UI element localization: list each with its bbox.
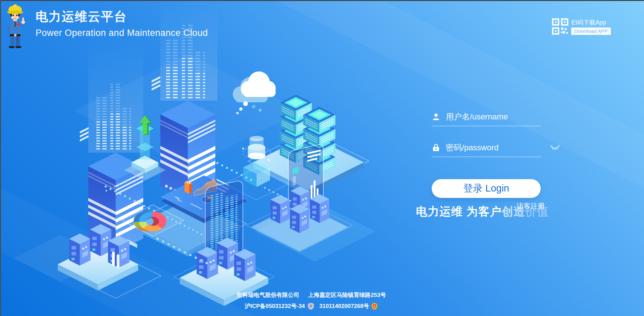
page-footer: 安科瑞电气股份有限公司 上海嘉定区马陆镇育绿路253号 沪ICP备0503123… (236, 291, 386, 310)
guest-register-link[interactable]: 访客注册 (517, 201, 545, 211)
server-tower-left (88, 153, 143, 252)
download-app-button[interactable]: Download APP (571, 28, 611, 35)
brand-header: 电力运维云平台 Power Operation and Maintenance … (2, 3, 208, 48)
server-tower-center (160, 101, 215, 200)
lock-icon (432, 144, 440, 152)
login-form: 登录 Login (432, 107, 541, 198)
slogan-strong: 电力运维 为客户 (416, 205, 501, 218)
company-address: 上海嘉定区马陆镇育绿路253号 (308, 291, 386, 299)
tablet-bar-chart (288, 144, 323, 221)
app-title: 电力运维云平台 (36, 10, 208, 24)
rack-platform (248, 131, 369, 195)
user-icon (432, 113, 440, 121)
username-input[interactable] (446, 112, 550, 121)
login-page: 电力运维云平台 Power Operation and Maintenance … (0, 0, 644, 316)
username-row (432, 107, 541, 126)
cloud-icon (233, 71, 276, 114)
login-button[interactable]: 登录 Login (432, 179, 541, 198)
server-cluster-bottom-left (58, 224, 138, 291)
password-visibility-toggle[interactable] (550, 144, 560, 151)
company-address-line: 安科瑞电气股份有限公司 上海嘉定区马陆镇育绿路253号 (236, 291, 386, 299)
scan-download-label: 扫码下载App (571, 18, 611, 27)
server-cluster-right (247, 186, 353, 252)
password-row (432, 138, 541, 157)
password-input[interactable] (446, 143, 550, 152)
eye-closed-icon (550, 145, 559, 150)
app-subtitle: Power Operation and Maintenance Cloud (36, 28, 208, 38)
center-platform (129, 195, 247, 256)
teal-server-rack-stack (303, 107, 335, 175)
worker-mascot (2, 3, 28, 48)
window-frame-top (0, 0, 644, 1)
police-badge-icon (371, 303, 378, 310)
police-record-link[interactable]: 31011402007268号 (319, 302, 369, 310)
shield-icon (308, 303, 314, 310)
donut-chart (121, 205, 184, 236)
growth-arrow-pedestal (124, 115, 166, 180)
tablet-code-panel (205, 180, 243, 263)
record-numbers-line: 沪ICP备05031232号-34 31011402007268号 (245, 302, 378, 310)
icp-record-link[interactable]: 沪ICP备05031232号-34 (245, 302, 305, 310)
window-frame-left (0, 0, 1, 316)
app-download-widget[interactable]: 扫码下载App Download APP (552, 18, 611, 35)
qr-code-icon (552, 18, 569, 35)
data-cylinder (225, 136, 288, 200)
dashboard-panel (161, 175, 247, 223)
teal-server-rack-stack (280, 95, 312, 163)
dotted-paths (104, 163, 292, 265)
company-name: 安科瑞电气股份有限公司 (236, 291, 299, 299)
